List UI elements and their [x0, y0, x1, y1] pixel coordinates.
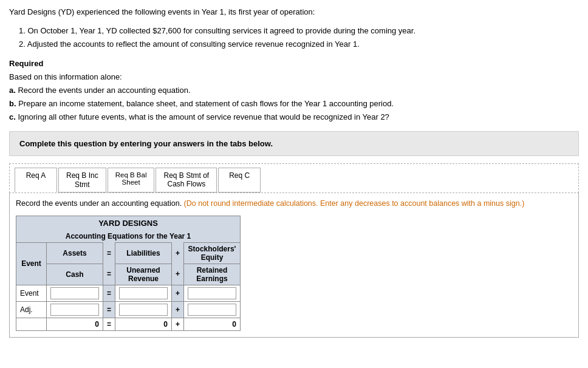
col-liabilities-header: Liabilities	[115, 242, 172, 264]
input-unearned-event[interactable]	[119, 287, 168, 299]
event-1: 1. On October 1, Year 1, YD collected $2…	[19, 24, 579, 38]
row-label-total	[16, 318, 47, 330]
tab-req-b-stmt[interactable]: Req B Stmt ofCash Flows	[156, 168, 217, 193]
event-2: 2. Adjusted the accounts to reflect the …	[19, 38, 579, 51]
col-cash-header: Cash	[47, 264, 103, 285]
col-retained-header: RetainedEarnings	[184, 264, 241, 285]
tabs-row: Req A Req B IncStmt Req B BalSheet Req B…	[15, 168, 573, 193]
input-cash-adj[interactable]	[50, 304, 99, 316]
row-retained-total: 0	[184, 318, 241, 330]
table-subtitle: Accounting Equations for the Year 1	[16, 230, 241, 242]
required-item-a: a. Record the events under an accounting…	[9, 84, 579, 97]
tab-req-a[interactable]: Req A	[15, 168, 57, 193]
table-row-event: Event = +	[16, 285, 241, 301]
intro-text: Yard Designs (YD) experienced the follow…	[9, 6, 579, 18]
row-cash-adj[interactable]	[47, 301, 103, 318]
instruction-note: (Do not round intermediate calculations.…	[184, 199, 525, 208]
col-plus2-header: +	[172, 264, 184, 285]
table-row-adj: Adj. = +	[16, 301, 241, 318]
input-retained-event[interactable]	[188, 287, 236, 299]
col-assets-header: Assets	[47, 242, 103, 264]
col-eq-header: =	[103, 242, 115, 264]
col-eq2-header: =	[103, 264, 115, 285]
input-retained-adj[interactable]	[188, 304, 236, 316]
complete-box-text: Complete this question by entering your …	[19, 139, 273, 148]
plus-symbol-adj: +	[172, 301, 184, 318]
required-title: Required	[9, 57, 579, 70]
required-item-b: b. Prepare an income statement, balance …	[9, 97, 579, 111]
col-unearned-header: UnearnedRevenue	[115, 264, 172, 285]
eq-symbol-adj: =	[103, 301, 115, 318]
input-unearned-adj[interactable]	[119, 304, 168, 316]
tab-req-b-bal[interactable]: Req B BalSheet	[108, 168, 155, 193]
accounting-table-wrapper: YARD DESIGNS Accounting Equations for th…	[16, 216, 241, 331]
required-section: Required Based on this information alone…	[9, 57, 579, 124]
row-label-adj: Adj.	[16, 301, 47, 318]
row-cash-total: 0	[47, 318, 103, 330]
required-item-c: c. Ignoring all other future events, wha…	[9, 111, 579, 124]
row-retained-adj[interactable]	[184, 301, 241, 318]
row-retained-event[interactable]	[184, 285, 241, 301]
tab-req-c[interactable]: Req C	[218, 168, 261, 193]
row-label-event: Event	[16, 285, 47, 301]
input-cash-event[interactable]	[50, 287, 99, 299]
col-event-header: Event	[16, 242, 47, 285]
plus-symbol-event: +	[172, 285, 184, 301]
row-cash-event[interactable]	[47, 285, 103, 301]
plus-symbol-total: +	[172, 318, 184, 330]
eq-symbol-total: =	[103, 318, 115, 330]
table-row-total: 0 = 0 + 0	[16, 318, 241, 330]
row-unearned-total: 0	[115, 318, 172, 330]
row-unearned-event[interactable]	[115, 285, 172, 301]
required-line1: Based on this information alone:	[9, 70, 579, 84]
complete-box: Complete this question by entering your …	[9, 131, 579, 156]
tab-content-req-a: Record the events under an accounting eq…	[9, 193, 579, 338]
row-unearned-adj[interactable]	[115, 301, 172, 318]
col-equity-header: Stockholders'Equity	[184, 242, 241, 264]
accounting-table: Event Assets = Liabilities + Stockholder…	[16, 242, 241, 331]
instruction-text: Record the events under an accounting eq…	[16, 198, 572, 210]
tabs-area: Req A Req B IncStmt Req B BalSheet Req B…	[9, 163, 579, 193]
eq-symbol-event: =	[103, 285, 115, 301]
col-plus-header: +	[172, 242, 184, 264]
intro-line1: Yard Designs (YD) experienced the follow…	[9, 7, 315, 16]
table-company-name: YARD DESIGNS	[16, 216, 241, 230]
tab-req-b-inc[interactable]: Req B IncStmt	[58, 168, 106, 193]
events-list: 1. On October 1, Year 1, YD collected $2…	[19, 24, 579, 51]
